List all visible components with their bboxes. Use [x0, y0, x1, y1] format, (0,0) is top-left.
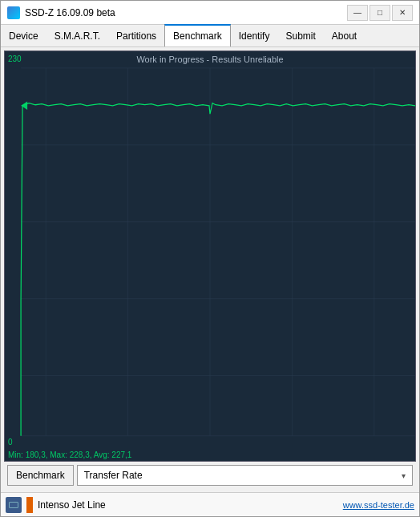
transfer-rate-dropdown[interactable]: Transfer Rate ▾ — [77, 465, 413, 486]
benchmark-button[interactable]: Benchmark — [7, 465, 74, 486]
menu-item-device[interactable]: Device — [1, 25, 46, 46]
main-window: SSD-Z 16.09.09 beta — □ ✕ Device S.M.A.R… — [0, 0, 420, 517]
app-icon — [7, 6, 20, 19]
menu-bar: Device S.M.A.R.T. Partitions Benchmark I… — [1, 25, 419, 47]
minimize-button[interactable]: — — [347, 5, 368, 21]
chart-stats: Min: 180,3, Max: 228,3, Avg: 227,1 — [8, 450, 412, 459]
chart-title: Work in Progress - Results Unreliable — [136, 55, 283, 64]
chart-svg — [5, 51, 415, 461]
chart-y-max: 230 — [8, 55, 22, 63]
status-bar: Intenso Jet Line www.ssd-tester.de — [1, 492, 419, 516]
content-area: Work in Progress - Results Unreliable 23… — [1, 47, 419, 492]
website-link[interactable]: www.ssd-tester.de — [343, 500, 414, 510]
window-title: SSD-Z 16.09.09 beta — [25, 7, 347, 18]
play-indicator — [21, 102, 27, 110]
menu-item-benchmark[interactable]: Benchmark — [164, 24, 231, 46]
window-controls: — □ ✕ — [347, 5, 413, 21]
menu-item-submit[interactable]: Submit — [277, 25, 323, 46]
status-indicator — [26, 497, 33, 513]
benchmark-chart: Work in Progress - Results Unreliable 23… — [4, 50, 416, 462]
menu-item-smart[interactable]: S.M.A.R.T. — [46, 25, 108, 46]
bottom-controls: Benchmark Transfer Rate ▾ — [4, 462, 416, 489]
chart-y-min: 0 — [8, 438, 13, 446]
menu-item-identify[interactable]: Identify — [231, 25, 278, 46]
drive-icon-inner — [9, 502, 18, 508]
maximize-button[interactable]: □ — [370, 5, 390, 21]
dropdown-value: Transfer Rate — [84, 470, 143, 481]
title-bar: SSD-Z 16.09.09 beta — □ ✕ — [1, 1, 419, 25]
drive-icon — [6, 497, 22, 513]
menu-item-partitions[interactable]: Partitions — [108, 25, 164, 46]
data-polyline — [21, 103, 415, 436]
menu-item-about[interactable]: About — [324, 25, 365, 46]
close-button[interactable]: ✕ — [392, 5, 413, 21]
dropdown-arrow-icon: ▾ — [402, 471, 406, 480]
device-name: Intenso Jet Line — [38, 499, 338, 511]
